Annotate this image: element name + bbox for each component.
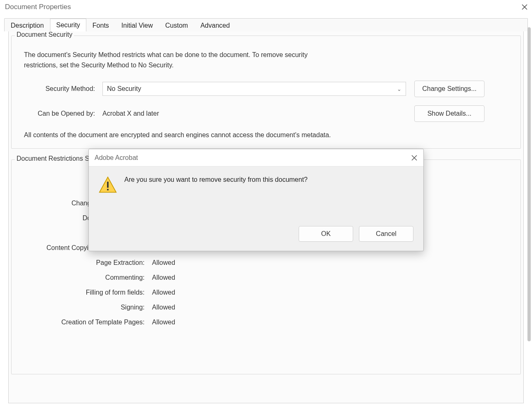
window-title: Document Properties (5, 3, 71, 11)
restriction-value: Allowed (152, 319, 202, 326)
window-titlebar: Document Properties (0, 0, 532, 14)
restriction-label: Creation of Template Pages: (24, 319, 152, 326)
show-details-button[interactable]: Show Details... (414, 105, 484, 122)
window-close-button[interactable] (520, 3, 529, 11)
dialog-titlebar: Adobe Acrobat (89, 149, 423, 167)
restriction-value: Allowed (152, 274, 202, 281)
confirm-dialog: Adobe Acrobat Are you sure you want to r… (88, 149, 424, 251)
restriction-row: Commenting:Allowed (24, 274, 508, 281)
close-icon (521, 4, 528, 10)
restriction-value: Allowed (152, 289, 202, 296)
group-document-security: Document Security The document's Securit… (11, 36, 521, 149)
opened-by-label: Can be Opened by: (24, 110, 102, 117)
tab-advanced[interactable]: Advanced (194, 19, 236, 32)
tab-description[interactable]: Description (5, 19, 50, 32)
tab-security[interactable]: Security (50, 19, 86, 32)
restriction-row: Creation of Template Pages:Allowed (24, 319, 508, 326)
tab-custom[interactable]: Custom (159, 19, 194, 32)
change-settings-button[interactable]: Change Settings... (414, 81, 484, 97)
dialog-close-button[interactable] (409, 153, 419, 163)
restriction-value: Allowed (152, 259, 202, 267)
dialog-title: Adobe Acrobat (95, 154, 138, 162)
svg-rect-5 (107, 182, 109, 188)
scrollbar-thumb[interactable] (527, 27, 531, 341)
opened-by-value: Acrobat X and later (102, 110, 406, 117)
security-method-label: Security Method: (24, 85, 102, 93)
restriction-value: Allowed (152, 304, 202, 311)
dialog-message: Are you sure you want to remove security… (124, 175, 308, 183)
security-method-select[interactable]: No Security ⌄ (102, 82, 406, 96)
security-description: The document's Security Method restricts… (24, 50, 321, 71)
group-document-security-legend: Document Security (15, 31, 74, 38)
restriction-row: Page Extraction:Allowed (24, 259, 508, 267)
warning-icon (99, 176, 117, 194)
restriction-row: Filling of form fields:Allowed (24, 289, 508, 296)
encryption-note: All contents of the document are encrypt… (24, 130, 338, 140)
chevron-down-icon: ⌄ (397, 86, 401, 92)
vertical-scrollbar[interactable] (526, 27, 532, 341)
tab-initial-view[interactable]: Initial View (115, 19, 159, 32)
tab-strip: Description Security Fonts Initial View … (4, 18, 528, 31)
svg-rect-6 (107, 189, 109, 190)
restriction-label: Signing: (24, 304, 152, 311)
close-icon (411, 155, 418, 161)
restriction-label: Filling of form fields: (24, 289, 152, 296)
tab-fonts[interactable]: Fonts (86, 19, 115, 32)
dialog-ok-button[interactable]: OK (299, 226, 353, 242)
restriction-label: Page Extraction: (24, 259, 152, 267)
dialog-cancel-button[interactable]: Cancel (359, 226, 413, 242)
security-method-value: No Security (107, 85, 141, 93)
restriction-row: Signing:Allowed (24, 304, 508, 311)
restriction-label: Commenting: (24, 274, 152, 281)
